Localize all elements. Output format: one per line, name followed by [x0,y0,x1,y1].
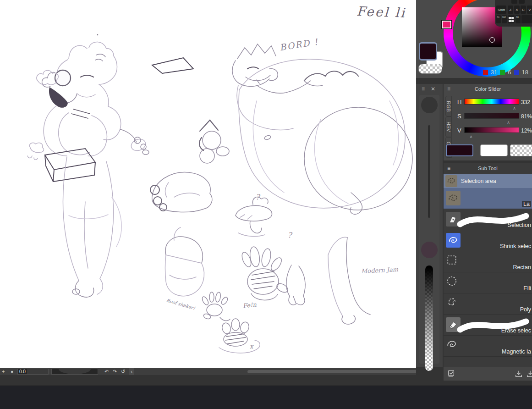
strip-menu-icon[interactable]: ≡ [422,86,425,92]
value-label: V [457,127,461,134]
rotation-field[interactable]: 0.0 [17,369,49,375]
hue-slider[interactable]: ∧ [464,99,519,105]
red-value: 31 [491,69,497,76]
fn-key[interactable]: Fn [496,15,501,23]
subtool-item-label: La [522,201,531,207]
subtool-item-rectangle[interactable]: Rectan [444,251,532,272]
show-all-checkbox-icon[interactable] [447,370,455,380]
saturation-label: S [457,113,461,120]
shortcut-keyboard-overlay: Shift Z X C V Fn Ctrl Alt [495,0,532,27]
saturation-caret[interactable]: ∧ [506,121,511,124]
subtool-item-shrink-selection[interactable]: Shrink selec [444,230,532,251]
collapse-bar-icon[interactable]: ‹ [129,368,134,375]
sub-color-button[interactable] [480,144,508,156]
subtool-footer-toolbar [444,367,532,381]
main-color-swatch[interactable] [419,42,437,61]
space-key[interactable] [521,15,532,23]
rotation-curve [27,369,48,374]
hue-handle[interactable] [442,21,451,28]
key-partial[interactable] [519,0,525,4]
windows-logo-icon [509,17,514,22]
subtool-item-ellipse[interactable]: Elli [444,272,532,293]
subtool-item-polyline[interactable]: Poly [444,293,532,315]
value-slider-row: V ∧ 12% [457,125,532,139]
color-slider-menu-icon[interactable]: ≡ [447,84,450,94]
strip-close-icon[interactable]: ✕ [431,86,435,92]
opacity-gradient-slider[interactable] [425,265,433,371]
green-chip [500,70,505,75]
subtool-item-label: Elli [523,285,531,292]
hue-slider-row: H ∧ 332 [457,97,532,111]
transparent-color-button[interactable] [510,144,532,156]
key-partial[interactable] [511,0,517,4]
strip-body [419,95,439,364]
subtool-menu-icon[interactable]: ≡ [447,163,450,174]
canvas-nav-bar: + ■ 0.0 ↶ ↷ ↺ ‹ [0,368,441,375]
redo-icon[interactable]: ↷ [113,368,117,375]
subtool-title: Sub Tool [444,163,532,174]
sketch-character-left [27,34,149,297]
subtool-item-magnetic-lasso[interactable]: Magnetic la [444,336,532,357]
horizontal-scrollbar[interactable] [247,370,434,373]
panel-column: 31 6 18 Shift Z X C V Fn Ctrl Alt [416,0,532,386]
ctrl-key[interactable]: Ctrl [502,15,507,23]
alt-key[interactable]: Alt [516,15,521,23]
transparent-color-swatch[interactable] [418,64,442,74]
subtool-item-label: Erase selec [501,327,531,334]
value-caret[interactable]: ∧ [469,135,473,138]
zoom-plus-icon[interactable]: + [2,368,5,375]
color-preview-dot[interactable] [421,242,438,258]
export-subtool-icon[interactable] [526,370,532,380]
shrink-selection-icon [446,233,461,248]
color-swatch-buttons [445,144,532,157]
windows-taskbar: Buscar [0,386,532,409]
z-key[interactable]: Z [508,6,513,14]
x-key[interactable]: X [514,6,520,14]
sketch-creature-right [199,44,412,214]
subtool-item-selection-pen[interactable]: Selection [444,209,532,230]
tab-rgb[interactable]: RGB [445,96,452,116]
color-slider-panel: ≡ Color Slider RGB HSV CMY H ∧ 332 S ∧ [444,84,532,160]
reset-rotation-icon[interactable]: ↺ [121,368,125,375]
zoom-field[interactable] [51,369,98,375]
saturation-slider[interactable]: ∧ [464,113,519,119]
subtool-group-label: Selection area [461,178,496,184]
color-wheel-panel: 31 6 18 Shift Z X C V Fn Ctrl Alt [416,0,532,78]
zoom-curve [59,369,91,374]
hue-caret[interactable]: ∧ [512,107,517,110]
shift-key[interactable]: Shift [496,6,506,14]
saturation-slider-row: S ∧ 81% [457,111,532,125]
handwriting-question-2: ? [288,231,292,239]
rotation-value: 0.0 [19,369,26,375]
tab-hsv[interactable]: HSV [445,116,452,137]
handwriting-question-1: ? [256,193,260,201]
subtool-group-header[interactable]: Selection area [444,174,532,188]
value-slider[interactable]: ∧ [464,127,519,133]
magnetic-lasso-icon [446,338,458,352]
handwriting-fein: Fe!n [242,301,257,309]
lasso-icon [445,175,457,187]
hue-value: 332 [521,99,530,105]
brush-size-preview[interactable] [421,97,438,113]
saturation-value: 81% [521,113,532,120]
undo-icon[interactable]: ↶ [104,368,109,375]
polyline-select-icon [446,296,458,310]
import-subtool-icon[interactable] [515,370,523,380]
v-key[interactable]: V [527,6,532,14]
brush-size-slider[interactable] [428,125,430,218]
c-key[interactable]: C [521,6,526,14]
color-slider-title: Color Slider [444,84,532,94]
blue-chip [514,70,519,75]
subtool-item-erase-selection[interactable]: Erase selec [444,315,532,336]
hue-label: H [457,99,461,105]
fit-icon[interactable]: ■ [11,368,13,375]
canvas-sketch [0,0,416,368]
sketch-paper [152,58,193,73]
win-key[interactable] [508,15,515,23]
lasso-icon [446,191,461,205]
brush-strip-panel: ≡ ✕ [416,84,443,367]
drawing-canvas[interactable]: Feel li BORD ! Modern Jam Roof shaker! F… [0,0,416,368]
sv-cursor[interactable] [489,37,495,43]
main-color-button[interactable] [446,144,473,156]
subtool-item-lasso[interactable]: La [444,188,532,209]
